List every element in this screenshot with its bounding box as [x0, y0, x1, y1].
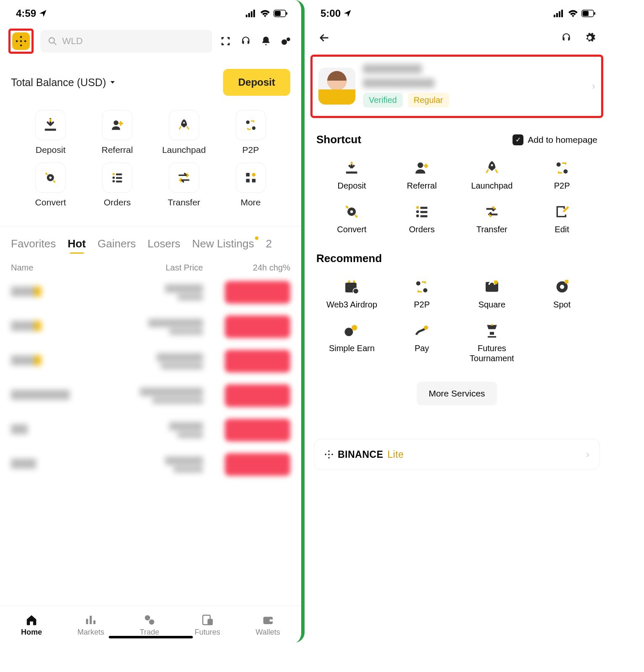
tab-losers[interactable]: Losers [147, 237, 180, 250]
svg-rect-7 [20, 36, 22, 38]
shortcut-more[interactable]: More [221, 163, 280, 207]
deposit-button[interactable]: Deposit [223, 69, 290, 96]
nav-wallets[interactable]: Wallets [255, 614, 280, 637]
svg-rect-68 [494, 281, 497, 284]
shortcut-launchpad[interactable]: Launchpad [155, 110, 214, 155]
market-row[interactable] [0, 413, 301, 447]
svg-rect-25 [116, 177, 122, 179]
tab-hot[interactable]: Hot [68, 237, 86, 250]
recommend-web3-airdrop[interactable]: Web3 Airdrop [319, 278, 385, 310]
top-toolbar: WLD [0, 24, 301, 59]
svg-point-17 [183, 122, 185, 123]
recommend-futures-tournament[interactable]: Futures Tournament [459, 322, 525, 363]
status-time: 4:59 [16, 8, 36, 19]
svg-point-54 [350, 210, 353, 213]
svg-rect-9 [16, 40, 18, 42]
shortcut-orders[interactable]: Orders [389, 203, 455, 234]
market-row[interactable] [0, 378, 301, 413]
shortcut-convert[interactable]: Convert [319, 203, 385, 234]
shortcut-transfer[interactable]: Transfer [155, 163, 214, 207]
nav-markets[interactable]: Markets [77, 614, 104, 637]
more-services-button[interactable]: More Services [417, 382, 497, 405]
nav-trade[interactable]: Trade [140, 614, 159, 637]
section-title-shortcut: Shortcut [316, 133, 361, 146]
svg-rect-44 [561, 10, 563, 17]
shortcut-launchpad[interactable]: Launchpad [459, 160, 525, 191]
recommend-spot[interactable]: Spot [529, 278, 595, 310]
recommend-simple-earn[interactable]: Simple Earn [319, 322, 385, 363]
svg-point-14 [281, 39, 287, 45]
shortcut-convert[interactable]: Convert [21, 163, 80, 207]
binance-logo[interactable] [12, 32, 30, 50]
search-placeholder: WLD [62, 36, 83, 47]
header-price[interactable]: Last Price [116, 263, 203, 273]
shortcut-orders[interactable]: Orders [88, 163, 147, 207]
location-icon [39, 9, 47, 18]
svg-point-55 [416, 206, 419, 209]
shortcut-edit[interactable]: Edit [529, 203, 595, 234]
header-name[interactable]: Name [11, 263, 116, 273]
gear-icon[interactable] [583, 31, 597, 45]
svg-rect-76 [328, 457, 330, 459]
svg-rect-3 [253, 10, 255, 17]
svg-rect-40 [269, 620, 273, 622]
recommend-square[interactable]: Square [459, 278, 525, 310]
tab-more[interactable]: 2 [266, 237, 272, 250]
shortcut-grid: Deposit Referral Launchpad P2P Convert O… [0, 100, 301, 218]
svg-point-35 [145, 615, 150, 621]
svg-point-66 [423, 288, 427, 292]
svg-point-65 [416, 281, 421, 286]
recommend-p2p[interactable]: P2P [389, 278, 455, 310]
tab-new-listings[interactable]: New Listings [192, 237, 254, 250]
recommend-pay[interactable]: Pay [389, 322, 455, 363]
svg-point-50 [491, 164, 493, 166]
battery-icon [273, 10, 288, 17]
svg-rect-75 [328, 450, 330, 452]
svg-point-57 [416, 210, 419, 213]
svg-rect-77 [325, 454, 326, 455]
headset-icon[interactable] [560, 31, 573, 45]
balance-dropdown[interactable]: Total Balance (USD) [11, 76, 116, 89]
chevron-right-icon: › [592, 80, 595, 92]
svg-point-51 [556, 163, 560, 167]
svg-point-36 [149, 620, 155, 625]
recommend-grid: Web3 Airdrop P2P Square Spot Simple Earn… [305, 268, 609, 373]
scan-icon[interactable] [219, 34, 232, 48]
shortcut-p2p[interactable]: P2P [221, 110, 280, 155]
svg-rect-48 [346, 171, 357, 173]
shortcut-deposit[interactable]: Deposit [319, 160, 385, 191]
headset-icon[interactable] [239, 34, 252, 48]
wifi-icon [568, 10, 578, 17]
svg-rect-33 [90, 616, 92, 624]
divider [0, 226, 301, 226]
chat-icon[interactable] [279, 34, 293, 48]
nav-futures[interactable]: Futures [195, 614, 220, 637]
shortcut-referral[interactable]: Referral [88, 110, 147, 155]
nav-home[interactable]: Home [21, 614, 42, 637]
shortcut-deposit[interactable]: Deposit [21, 110, 80, 155]
bottom-nav: Home Markets Trade Futures Wallets [0, 606, 301, 643]
shortcut-referral[interactable]: Referral [389, 160, 455, 191]
shortcut-p2p[interactable]: P2P [529, 160, 595, 191]
binance-lite-card[interactable]: BINANCE Lite › [314, 439, 600, 470]
badge-regular: Regular [408, 93, 449, 108]
shortcut-transfer[interactable]: Transfer [459, 203, 525, 234]
svg-point-70 [560, 285, 564, 289]
tab-gainers[interactable]: Gainers [97, 237, 136, 250]
search-input[interactable]: WLD [40, 30, 212, 52]
market-row[interactable] [0, 310, 301, 344]
tab-favorites[interactable]: Favorites [11, 237, 56, 250]
bell-icon[interactable] [259, 34, 273, 48]
back-button[interactable] [317, 31, 331, 45]
svg-point-19 [252, 126, 255, 130]
add-homepage-toggle[interactable]: ✓ Add to homepage [513, 134, 597, 145]
lite-brand: BINANCE [338, 449, 383, 460]
header-chg[interactable]: 24h chg% [203, 263, 290, 273]
market-row[interactable] [0, 275, 301, 310]
market-row[interactable] [0, 447, 301, 482]
svg-point-15 [287, 37, 290, 41]
market-row[interactable] [0, 344, 301, 378]
profile-card[interactable]: Verified Regular › [310, 55, 603, 118]
svg-point-74 [424, 326, 428, 330]
checkbox-checked-icon: ✓ [513, 134, 523, 145]
